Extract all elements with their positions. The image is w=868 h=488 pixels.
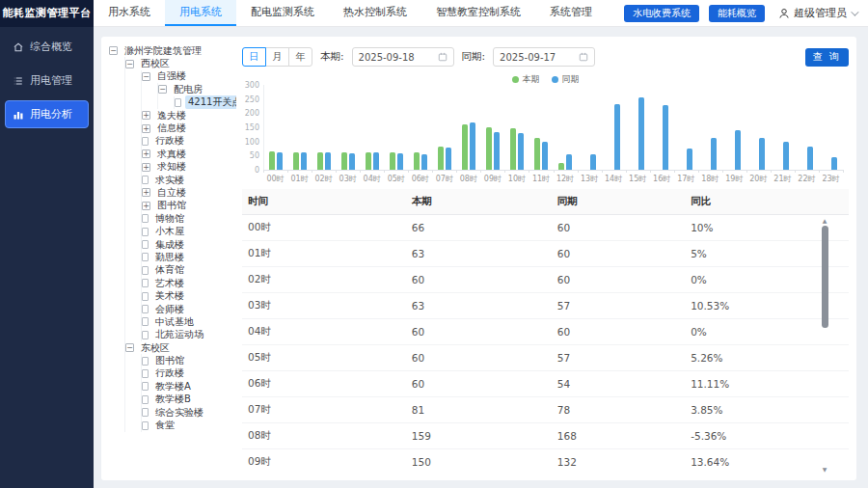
tree-node-label[interactable]: 信息楼 <box>154 122 189 135</box>
tree-node[interactable]: 图书馆 <box>142 200 236 212</box>
bar-本期-00时[interactable] <box>269 151 275 170</box>
tree-node[interactable]: 西校区 <box>125 57 236 69</box>
tree-node[interactable]: 体育馆 <box>142 264 236 277</box>
bar-同期-16时[interactable] <box>663 105 668 170</box>
tree-node-label[interactable]: 行政楼 <box>152 134 187 148</box>
bar-本期-07时[interactable] <box>438 147 444 170</box>
bar-同期-00时[interactable] <box>277 152 283 170</box>
bar-同期-20时[interactable] <box>759 138 765 170</box>
tree-node-label[interactable]: 求实楼 <box>152 174 187 187</box>
tree-node[interactable]: 自立楼 <box>142 186 236 199</box>
topbar-action-1[interactable]: 水电收费系统 <box>624 5 699 22</box>
tree-node-label[interactable]: 西校区 <box>138 57 173 70</box>
tree-node[interactable]: 会师楼 <box>142 303 236 315</box>
tree-node-label[interactable]: 小木屋 <box>152 225 187 238</box>
scrollbar-thumb[interactable] <box>822 226 828 328</box>
tree-node-label[interactable]: 行政楼 <box>152 366 187 380</box>
bar-同期-06时[interactable] <box>421 154 427 170</box>
table-row[interactable]: 06时605411.11% <box>242 370 849 396</box>
tab-1[interactable]: 用水系统 <box>94 0 165 26</box>
period-button-1[interactable]: 日 <box>242 47 266 67</box>
bar-同期-19时[interactable] <box>735 130 741 170</box>
tree-node-label[interactable]: 艺术楼 <box>152 277 187 290</box>
tree-node-label[interactable]: 教学楼A <box>152 380 194 393</box>
table-row[interactable]: 02时60600% <box>242 266 849 292</box>
bar-本期-09时[interactable] <box>486 127 492 170</box>
bar-同期-10时[interactable] <box>518 133 524 170</box>
bar-本期-03时[interactable] <box>341 152 347 170</box>
bar-同期-12时[interactable] <box>566 154 572 170</box>
bar-同期-22时[interactable] <box>807 147 813 170</box>
current-date-input[interactable]: 2025-09-18 <box>352 47 454 67</box>
tree-node[interactable]: 行政楼 <box>142 367 236 380</box>
bar-同期-14时[interactable] <box>614 104 620 170</box>
tree-node-label[interactable]: 会师楼 <box>152 303 187 316</box>
legend-item-同期[interactable]: 同期 <box>552 73 580 86</box>
tree-node[interactable]: 滁州学院建筑管理 <box>109 44 236 57</box>
bar-本期-12时[interactable] <box>558 163 564 170</box>
tree-node-label[interactable]: 博物馆 <box>152 212 187 226</box>
collapse-icon[interactable] <box>142 72 150 81</box>
tree-node[interactable]: 图书馆 <box>142 354 236 366</box>
table-row[interactable]: 09时15013213.64% <box>242 448 849 474</box>
tree-node[interactable]: 中试基地 <box>142 315 236 328</box>
bar-同期-13时[interactable] <box>590 154 596 170</box>
tree-node[interactable]: 逸夫楼 <box>142 109 236 122</box>
tree-node[interactable]: 综合实验楼 <box>142 406 236 419</box>
tree-node[interactable]: 勤思楼 <box>142 251 236 263</box>
period-button-3[interactable]: 年 <box>288 47 312 67</box>
tree-node-label[interactable]: 综合实验楼 <box>152 406 206 420</box>
expand-icon[interactable] <box>142 124 150 133</box>
tree-node-label[interactable]: 自立楼 <box>154 186 189 200</box>
tree-node[interactable]: 求实楼 <box>142 174 236 186</box>
table-row[interactable]: 05时60575.26% <box>242 344 849 370</box>
collapse-icon[interactable] <box>158 85 167 94</box>
tree-node[interactable]: 行政楼 <box>142 135 236 148</box>
collapse-icon[interactable] <box>109 46 118 55</box>
tree-node-label[interactable]: 滁州学院建筑管理 <box>122 44 204 58</box>
bar-同期-15时[interactable] <box>638 97 644 170</box>
expand-icon[interactable] <box>142 149 150 158</box>
collapse-icon[interactable] <box>125 343 134 352</box>
tree-node[interactable]: 美术楼 <box>142 289 236 302</box>
tree-node[interactable]: 教学楼A <box>142 380 236 393</box>
tree-node-label[interactable]: 求真楼 <box>154 148 189 161</box>
sidebar-item-1[interactable]: 综合概览 <box>5 33 89 61</box>
bar-同期-04时[interactable] <box>373 152 379 170</box>
tree-node-label[interactable]: 食堂 <box>152 419 177 432</box>
tab-3[interactable]: 配电监测系统 <box>236 0 329 26</box>
tree-node-label[interactable]: 教学楼B <box>152 393 194 406</box>
bar-同期-21时[interactable] <box>783 142 789 170</box>
topbar-action-2[interactable]: 能耗概览 <box>709 5 765 22</box>
sidebar-item-2[interactable]: 用电管理 <box>5 67 89 95</box>
bar-同期-23时[interactable] <box>831 157 837 170</box>
expand-icon[interactable] <box>142 202 150 210</box>
bar-同期-17时[interactable] <box>687 149 692 170</box>
bar-同期-09时[interactable] <box>494 132 500 170</box>
tree-node-label[interactable]: 4211开关点位 <box>185 95 236 109</box>
tree-node-label[interactable]: 配电房 <box>171 83 205 96</box>
tree-node[interactable]: 教学楼B <box>142 393 236 406</box>
collapse-icon[interactable] <box>125 60 134 68</box>
tree-node[interactable]: 小木屋 <box>142 225 236 237</box>
tree-node-label[interactable]: 东校区 <box>138 341 173 355</box>
bar-本期-04时[interactable] <box>366 152 371 170</box>
tree-node-label[interactable]: 逸夫楼 <box>154 109 189 122</box>
expand-icon[interactable] <box>142 111 150 120</box>
sidebar-item-3[interactable]: 用电分析 <box>5 100 89 128</box>
tree-node[interactable]: 集成楼 <box>142 238 236 251</box>
tree-node-label[interactable]: 集成楼 <box>152 238 187 252</box>
tab-4[interactable]: 热水控制系统 <box>329 0 421 26</box>
table-row[interactable]: 01时63605% <box>242 240 849 266</box>
tree-node-label[interactable]: 美术楼 <box>152 289 187 303</box>
scroll-down-icon[interactable]: ▼ <box>823 467 827 473</box>
table-scrollbar[interactable]: ▲ ▼ <box>820 218 829 473</box>
bar-本期-05时[interactable] <box>390 152 395 170</box>
compare-date-input[interactable]: 2025-09-17 <box>493 47 595 67</box>
tree-node[interactable]: 求真楼 <box>142 148 236 160</box>
tree-node[interactable]: 配电房 <box>158 83 236 95</box>
tree-node-label[interactable]: 中试基地 <box>152 315 197 329</box>
tab-6[interactable]: 系统管理 <box>535 0 607 26</box>
table-row[interactable]: 04时60600% <box>242 318 849 344</box>
bar-本期-11时[interactable] <box>534 138 540 170</box>
